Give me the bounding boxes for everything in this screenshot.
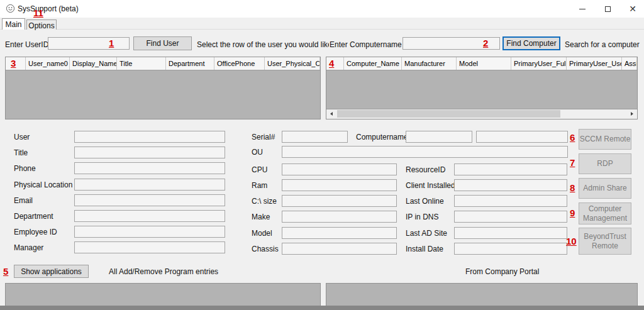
serial-label: Serial# xyxy=(252,133,275,141)
column-header-manufacturer[interactable]: Manufacturer xyxy=(402,57,457,70)
column-header-assigned[interactable]: Assig xyxy=(622,57,637,70)
install-date-label: Install Date xyxy=(406,245,443,253)
column-header-title[interactable]: Title xyxy=(117,57,166,70)
physical-location-field[interactable] xyxy=(74,179,225,191)
cpu-field[interactable] xyxy=(282,163,397,175)
scroll-right-icon xyxy=(631,112,633,116)
resource-id-field[interactable] xyxy=(454,163,567,175)
show-applications-button[interactable]: Show applications xyxy=(14,265,89,278)
column-header-department[interactable]: Department xyxy=(166,57,214,70)
annotation-3: 3 xyxy=(11,58,16,68)
physical-location-label: Physical Location xyxy=(14,180,72,189)
column-header-primaryuser-fullname[interactable]: PrimaryUser_Fulll xyxy=(511,57,567,70)
user-instruction-text: Select the row of the user you would lik… xyxy=(197,40,329,49)
make-label: Make xyxy=(252,213,270,221)
scroll-left-icon xyxy=(330,112,333,116)
annotation-6: 6 xyxy=(570,133,575,142)
manager-field[interactable] xyxy=(74,241,225,253)
resource-id-label: ResourceID xyxy=(406,165,445,174)
department-field[interactable] xyxy=(74,210,225,222)
title-field[interactable] xyxy=(74,147,225,158)
annotation-4: 4 xyxy=(329,58,334,68)
employee-id-label: Employee ID xyxy=(14,228,57,236)
scrollbar-thumb[interactable] xyxy=(337,110,560,118)
computer-management-button[interactable]: Computer Management xyxy=(579,202,631,224)
scroll-left-button[interactable] xyxy=(326,109,336,118)
computer-instruction-text: Search for a computer xyxy=(565,40,640,49)
client-installed-label: Client Installed xyxy=(406,181,455,190)
chassis-label: Chassis xyxy=(252,245,279,253)
ram-field[interactable] xyxy=(282,179,397,191)
computername-field-1[interactable] xyxy=(406,131,472,143)
column-header-user-name0[interactable]: User_name0 xyxy=(26,57,70,70)
column-header-user-physical-office[interactable]: User_Physical_Offi xyxy=(265,57,320,70)
department-label: Department xyxy=(14,212,53,221)
annotation-7: 7 xyxy=(570,158,575,167)
column-header-computer-name[interactable]: Computer_Name xyxy=(344,57,402,70)
computer-results-grid: Computer_Name Manufacturer Model Primary… xyxy=(326,57,638,119)
admin-share-button[interactable]: Admin Share xyxy=(579,178,631,199)
column-header-officephone[interactable]: OfficePhone xyxy=(214,57,265,70)
manager-label: Manager xyxy=(14,243,43,252)
close-button[interactable]: ✕ xyxy=(620,0,644,18)
tab-main[interactable]: Main xyxy=(2,18,25,30)
computername-field-2[interactable] xyxy=(476,131,568,143)
app-icon xyxy=(6,4,15,13)
user-field[interactable] xyxy=(74,131,225,143)
email-field[interactable] xyxy=(74,194,225,206)
c-size-field[interactable] xyxy=(282,195,397,207)
window-title: SysSupport (beta) xyxy=(18,4,79,13)
sccm-remote-button[interactable]: SCCM Remote xyxy=(579,129,631,150)
last-online-label: Last Online xyxy=(406,197,444,206)
computer-grid-header: Computer_Name Manufacturer Model Primary… xyxy=(326,57,637,70)
model-field[interactable] xyxy=(282,227,397,239)
user-label: User xyxy=(14,133,30,141)
column-header-display-name[interactable]: Display_Name xyxy=(70,57,117,70)
close-icon: ✕ xyxy=(629,4,636,13)
enter-userid-label: Enter UserID xyxy=(5,40,48,49)
tab-strip-divider xyxy=(0,29,644,30)
ram-label: Ram xyxy=(252,181,267,190)
make-field[interactable] xyxy=(282,211,397,223)
find-user-button[interactable]: Find User xyxy=(133,36,192,50)
serial-field[interactable] xyxy=(282,131,348,143)
install-date-field[interactable] xyxy=(454,243,567,255)
user-results-grid: User_name0 Display_Name Title Department… xyxy=(5,57,321,119)
title-label: Title xyxy=(14,148,28,157)
c-size-label: C:\ size xyxy=(252,197,277,206)
titlebar: SysSupport (beta) ✕ xyxy=(0,0,644,18)
cpu-label: CPU xyxy=(252,165,267,174)
userid-input[interactable] xyxy=(48,37,130,50)
annotation-11: 11 xyxy=(33,8,43,18)
phone-field[interactable] xyxy=(74,162,225,174)
minimize-button[interactable] xyxy=(570,0,595,18)
ou-label: OU xyxy=(252,148,263,157)
find-computer-button[interactable]: Find Computer xyxy=(502,36,560,50)
scroll-right-button[interactable] xyxy=(627,109,637,118)
ou-field[interactable] xyxy=(282,146,568,158)
last-ad-site-field[interactable] xyxy=(454,227,567,239)
maximize-button[interactable] xyxy=(595,0,620,18)
company-portal-label: From Company Portal xyxy=(465,267,539,276)
phone-label: Phone xyxy=(14,164,36,173)
last-ad-site-label: Last AD Site xyxy=(406,229,447,238)
horizontal-scrollbar[interactable] xyxy=(326,109,637,119)
chassis-field[interactable] xyxy=(282,243,397,255)
annotation-9: 9 xyxy=(570,208,575,218)
app-window: SysSupport (beta) ✕ Main Options Enter U… xyxy=(0,0,644,310)
annotation-10: 10 xyxy=(566,236,577,246)
ip-in-dns-field[interactable] xyxy=(454,211,567,223)
column-header-primaryuser-user[interactable]: PrimaryUser_User xyxy=(567,57,622,70)
model-label: Model xyxy=(252,229,272,238)
client-installed-field[interactable] xyxy=(454,179,567,191)
minimize-icon xyxy=(579,9,586,9)
rdp-button[interactable]: RDP xyxy=(579,153,631,174)
column-header-model[interactable]: Model xyxy=(457,57,511,70)
tab-options[interactable]: Options xyxy=(26,19,57,30)
ip-in-dns-label: IP in DNS xyxy=(406,213,438,221)
beyondtrust-remote-button[interactable]: BeyondTrust Remote xyxy=(579,228,631,255)
employee-id-field[interactable] xyxy=(74,226,225,238)
last-online-field[interactable] xyxy=(454,195,567,207)
annotation-5: 5 xyxy=(3,267,8,276)
all-entries-label: All Add/Remove Program entries xyxy=(109,267,218,276)
